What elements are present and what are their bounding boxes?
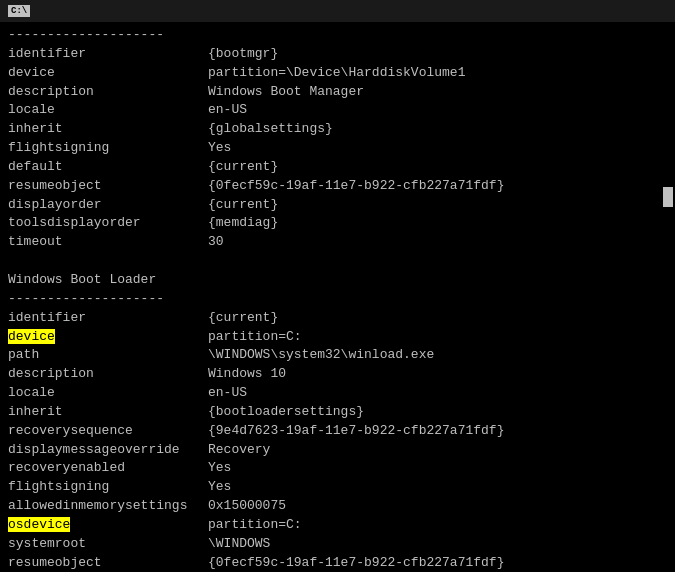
terminal-line: flightsigningYes <box>8 478 667 497</box>
terminal-line: toolsdisplayorder{memdiag} <box>8 214 667 233</box>
kv-value: Recovery <box>208 441 270 460</box>
kv-value: {bootloadersettings} <box>208 403 364 422</box>
scrollbar[interactable] <box>663 187 673 207</box>
terminal-line: -------------------- <box>8 26 667 45</box>
kv-value: {memdiag} <box>208 214 278 233</box>
section-header: Windows Boot Loader <box>8 271 156 290</box>
terminal-line: devicepartition=C: <box>8 328 667 347</box>
kv-value: Yes <box>208 139 231 158</box>
terminal-line: inherit{bootloadersettings} <box>8 403 667 422</box>
kv-value: partition=C: <box>208 516 302 535</box>
terminal-line: flightsigningYes <box>8 139 667 158</box>
terminal-line: default{current} <box>8 158 667 177</box>
kv-key: resumeobject <box>8 554 208 572</box>
terminal-line: osdevicepartition=C: <box>8 516 667 535</box>
kv-value: 30 <box>208 233 224 252</box>
terminal-line: allowedinmemorysettings0x15000075 <box>8 497 667 516</box>
terminal-content: --------------------identifier{bootmgr}d… <box>8 26 667 572</box>
terminal-line: recoveryenabledYes <box>8 459 667 478</box>
terminal-line: identifier{current} <box>8 309 667 328</box>
divider-line: -------------------- <box>8 26 164 45</box>
terminal-line <box>8 252 667 271</box>
kv-value: {current} <box>208 158 278 177</box>
kv-key: device <box>8 64 208 83</box>
terminal-line: systemroot\WINDOWS <box>8 535 667 554</box>
terminal-line: descriptionWindows Boot Manager <box>8 83 667 102</box>
kv-key: locale <box>8 101 208 120</box>
kv-value: Yes <box>208 478 231 497</box>
kv-key: recoverysequence <box>8 422 208 441</box>
kv-key: resumeobject <box>8 177 208 196</box>
kv-value: partition=C: <box>208 328 302 347</box>
kv-value: {9e4d7623-19af-11e7-b922-cfb227a71fdf} <box>208 422 504 441</box>
title-bar: C:\ <box>0 0 675 22</box>
kv-value: \WINDOWS <box>208 535 270 554</box>
kv-value: en-US <box>208 384 247 403</box>
highlight-key: device <box>8 329 55 344</box>
terminal-line: timeout30 <box>8 233 667 252</box>
terminal-line: recoverysequence{9e4d7623-19af-11e7-b922… <box>8 422 667 441</box>
terminal-line: identifier{bootmgr} <box>8 45 667 64</box>
kv-key: description <box>8 83 208 102</box>
terminal-line: localeen-US <box>8 101 667 120</box>
kv-key: allowedinmemorysettings <box>8 497 208 516</box>
terminal-line: devicepartition=\Device\HarddiskVolume1 <box>8 64 667 83</box>
kv-key-highlighted: device <box>8 328 208 347</box>
kv-key: default <box>8 158 208 177</box>
kv-value: {0fecf59c-19af-11e7-b922-cfb227a71fdf} <box>208 177 504 196</box>
kv-value: {bootmgr} <box>208 45 278 64</box>
kv-key: locale <box>8 384 208 403</box>
kv-key: displaymessageoverride <box>8 441 208 460</box>
terminal-line: resumeobject{0fecf59c-19af-11e7-b922-cfb… <box>8 177 667 196</box>
terminal-line: inherit{globalsettings} <box>8 120 667 139</box>
kv-key: identifier <box>8 45 208 64</box>
kv-key: systemroot <box>8 535 208 554</box>
divider-line: -------------------- <box>8 290 164 309</box>
kv-key: path <box>8 346 208 365</box>
terminal-line: resumeobject{0fecf59c-19af-11e7-b922-cfb… <box>8 554 667 572</box>
kv-value: {current} <box>208 309 278 328</box>
kv-key: recoveryenabled <box>8 459 208 478</box>
cmd-icon: C:\ <box>8 5 30 17</box>
kv-value: partition=\Device\HarddiskVolume1 <box>208 64 465 83</box>
kv-value: 0x15000075 <box>208 497 286 516</box>
terminal: --------------------identifier{bootmgr}d… <box>0 22 675 572</box>
kv-key: displayorder <box>8 196 208 215</box>
kv-value: {globalsettings} <box>208 120 333 139</box>
terminal-line: displayorder{current} <box>8 196 667 215</box>
terminal-line: localeen-US <box>8 384 667 403</box>
kv-key: timeout <box>8 233 208 252</box>
kv-value: Windows 10 <box>208 365 286 384</box>
kv-value: en-US <box>208 101 247 120</box>
kv-key: flightsigning <box>8 139 208 158</box>
terminal-line: Windows Boot Loader <box>8 271 667 290</box>
kv-key: flightsigning <box>8 478 208 497</box>
kv-key: identifier <box>8 309 208 328</box>
highlight-key: osdevice <box>8 517 70 532</box>
kv-key: description <box>8 365 208 384</box>
kv-value: \WINDOWS\system32\winload.exe <box>208 346 434 365</box>
kv-value: {current} <box>208 196 278 215</box>
terminal-line: -------------------- <box>8 290 667 309</box>
kv-key: inherit <box>8 403 208 422</box>
kv-value: {0fecf59c-19af-11e7-b922-cfb227a71fdf} <box>208 554 504 572</box>
kv-value: Yes <box>208 459 231 478</box>
terminal-line: path\WINDOWS\system32\winload.exe <box>8 346 667 365</box>
terminal-line: descriptionWindows 10 <box>8 365 667 384</box>
kv-key-highlighted: osdevice <box>8 516 208 535</box>
kv-key: toolsdisplayorder <box>8 214 208 233</box>
kv-value: Windows Boot Manager <box>208 83 364 102</box>
terminal-line: displaymessageoverrideRecovery <box>8 441 667 460</box>
kv-key: inherit <box>8 120 208 139</box>
